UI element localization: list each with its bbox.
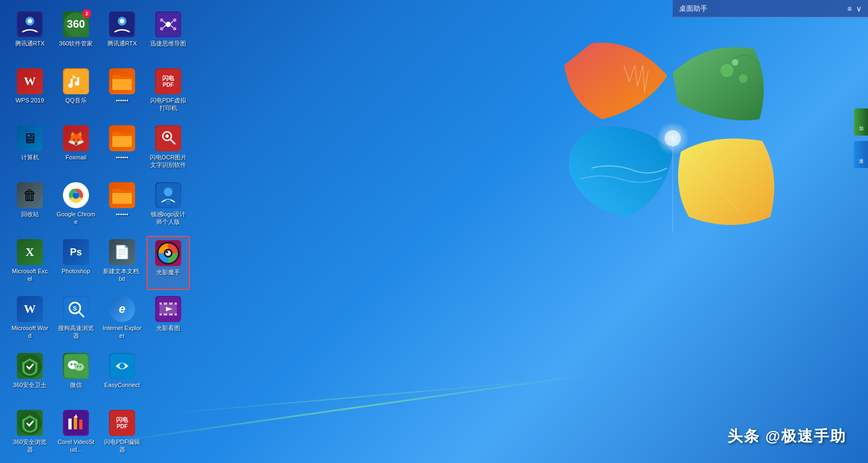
svg-text:PDF: PDF (163, 82, 174, 88)
desktop-icon-360safe[interactable]: 360安全卫士 (8, 350, 52, 404)
icon-image-corel (63, 410, 89, 436)
desktop-icon-tencent-rtx[interactable]: 腾讯通RTX (8, 8, 52, 62)
svg-point-20 (173, 27, 176, 30)
desktop-icon-magic-hand[interactable]: 光影魔手 (146, 236, 190, 290)
svg-point-56 (173, 313, 175, 316)
desktop-icon-movie[interactable]: 光影看图 (146, 293, 190, 347)
desktop-icon-computer[interactable]: 🖥计算机 (8, 122, 52, 176)
desktop-icon-wechat[interactable]: 微信 (54, 350, 98, 404)
desktop-icon-corel[interactable]: Corel VideoStud... (54, 407, 98, 461)
svg-rect-70 (68, 419, 72, 429)
icon-image-folder2 (109, 125, 135, 151)
desktop-icon-folder3[interactable]: •••••• (100, 179, 144, 233)
svg-point-53 (173, 303, 175, 305)
icon-label-corel: Corel VideoStud... (56, 438, 95, 454)
icon-label-recycle: 回收站 (21, 210, 39, 218)
icon-image-360safe (17, 353, 43, 379)
svg-point-37 (164, 188, 173, 196)
desktop-icon-recycle[interactable]: 🗑回收站 (8, 179, 52, 233)
desktop: 桌面助手 ≡ ∨ 腾讯通RTX 360 2360软件管家 腾讯通RTX (0, 0, 868, 463)
icon-image-mind-map (155, 11, 181, 37)
desktop-icon-easyconnect[interactable]: EasyConnect (100, 350, 144, 404)
panel-menu-icon[interactable]: ≡ (847, 4, 852, 13)
desktop-icon-logo-design[interactable]: 顿感logo设计师个人版 (146, 179, 190, 233)
icon-image-movie (155, 296, 181, 322)
icon-label-movie: 光影看图 (156, 324, 180, 332)
icon-image-photoshop: Ps (63, 239, 89, 265)
icon-label-qq-music: QQ音乐 (65, 97, 86, 104)
desktop-icon-flash-pdf[interactable]: 闪电 PDF 闪电PDF虚拟打印机 (146, 65, 190, 119)
panel-title: 桌面助手 (679, 4, 707, 14)
icon-label-flash-pdf: 闪电PDF虚拟打印机 (149, 97, 188, 112)
icon-label-photoshop: Photoshop (62, 267, 91, 275)
icon-image-recycle: 🗑 (17, 182, 43, 208)
desktop-icon-folder1[interactable]: •••••• (100, 65, 144, 119)
icon-label-tencent-rtx2: 腾讯通RTX (107, 40, 137, 47)
svg-point-54 (162, 313, 164, 316)
desktop-icon-photoshop[interactable]: PsPhotoshop (54, 236, 98, 290)
desktop-icon-ie[interactable]: eInternet Explorer (100, 293, 144, 347)
desktop-icon-ocr[interactable]: 闪电OCR图片文字识别软件 (146, 122, 190, 176)
icon-image-360-manager: 360 2 (63, 11, 89, 37)
icon-label-chrome: Google Chrome (56, 210, 95, 226)
svg-point-42 (166, 251, 168, 253)
icon-image-qq-music (63, 68, 89, 94)
svg-point-19 (160, 27, 163, 30)
desktop-icon-mind-map[interactable]: 迅捷思维导图 (146, 8, 190, 62)
svg-rect-38 (166, 200, 170, 205)
panel-collapse-icon[interactable]: ∨ (856, 4, 861, 13)
icon-label-ie: Internet Explorer (103, 324, 142, 340)
icon-image-computer: 🖥 (17, 125, 43, 151)
desktop-icon-chrome[interactable]: Google Chrome (54, 179, 98, 233)
svg-point-1 (739, 74, 748, 83)
svg-text:360: 360 (67, 18, 85, 30)
desktop-icon-word[interactable]: WMicrosoft Word (8, 293, 52, 347)
desktop-icon-excel[interactable]: XMicrosoft Excel (8, 236, 52, 290)
svg-point-17 (160, 18, 163, 22)
panel-controls[interactable]: ≡ ∨ (847, 4, 861, 13)
icon-image-excel: X (17, 239, 43, 265)
svg-point-55 (167, 313, 169, 316)
svg-point-67 (119, 363, 125, 369)
desktop-icon-foxmail[interactable]: 🦊Foxmail (54, 122, 98, 176)
svg-text:闪电: 闪电 (162, 75, 175, 81)
svg-point-18 (173, 18, 176, 22)
desktop-icon-qq-music[interactable]: QQ音乐 (54, 65, 98, 119)
icon-label-magic-hand: 光影魔手 (156, 268, 180, 276)
desktop-assistant-panel[interactable]: 桌面助手 ≡ ∨ (673, 0, 868, 17)
desktop-icon-360browser[interactable]: 360安全浏览器 (8, 407, 52, 461)
icon-label-360safe: 360安全卫士 (13, 381, 47, 389)
desktop-icon-wps[interactable]: WWPS 2019 (8, 65, 52, 119)
icon-label-easyconnect: EasyConnect (104, 381, 139, 389)
icon-label-folder2: •••••• (116, 153, 128, 161)
svg-text:闪电: 闪电 (116, 416, 129, 423)
right-sidebar: 加 速 (854, 108, 868, 168)
desktop-icon-new-txt[interactable]: 📄新建文本文档.txt (100, 236, 144, 290)
svg-rect-25 (64, 69, 88, 93)
svg-point-65 (80, 366, 81, 368)
icon-image-ie: e (109, 296, 135, 322)
desktop-icon-grid: 腾讯通RTX 360 2360软件管家 腾讯通RTX 迅捷思维导图WWPS 2 (5, 5, 193, 463)
icon-image-foxmail: 🦊 (63, 125, 89, 151)
icon-label-360-manager: 360软件管家 (59, 40, 93, 47)
icon-label-360browser: 360安全浏览器 (10, 438, 49, 454)
icon-label-sogou: 搜狗高速浏览器 (56, 324, 95, 340)
desktop-icon-tencent-rtx2[interactable]: 腾讯通RTX (100, 8, 144, 62)
icon-image-sogou: S (63, 296, 89, 322)
icon-image-tencent-rtx2 (109, 11, 135, 37)
decorative-curve-2 (163, 380, 542, 414)
svg-rect-74 (110, 411, 134, 435)
icon-image-folder1 (109, 68, 135, 94)
icon-image-folder3 (109, 182, 135, 208)
desktop-icon-pdf-editor[interactable]: 闪电 PDF 闪电PDF编辑器 (100, 407, 144, 461)
svg-point-14 (120, 19, 124, 23)
svg-point-64 (77, 366, 79, 368)
desktop-icon-sogou[interactable]: S 搜狗高速浏览器 (54, 293, 98, 347)
svg-point-52 (167, 303, 169, 305)
icon-image-pdf-editor: 闪电 PDF (109, 410, 135, 436)
desktop-icon-folder2[interactable]: •••••• (100, 122, 144, 176)
icon-image-wps: W (17, 68, 43, 94)
desktop-icon-360-manager[interactable]: 360 2360软件管家 (54, 8, 98, 62)
sidebar-btn-2[interactable]: 速 (854, 141, 868, 168)
sidebar-btn-1[interactable]: 加 (854, 108, 868, 136)
